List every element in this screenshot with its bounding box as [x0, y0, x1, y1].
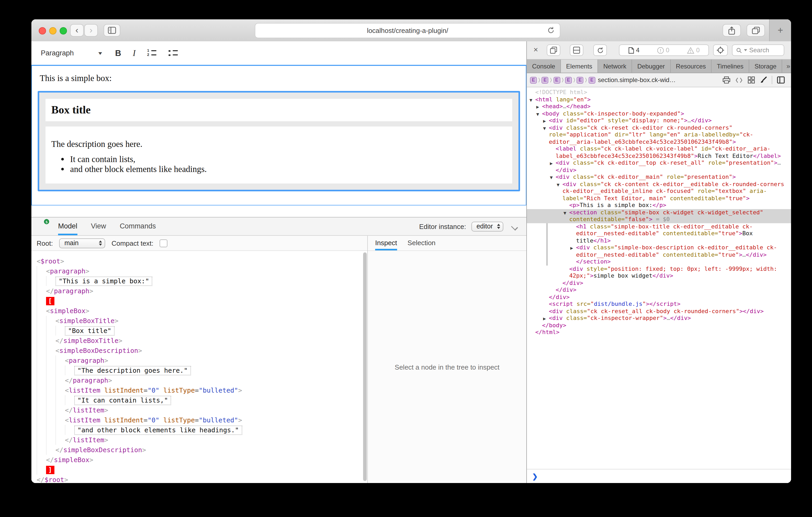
dom-tree-line[interactable]: </div> — [527, 294, 791, 301]
devtools-tab-timelines[interactable]: Timelines — [712, 60, 749, 73]
model-tree-line[interactable]: <$root> — [31, 256, 367, 266]
root-select[interactable]: main — [59, 238, 105, 248]
italic-button[interactable]: I — [133, 48, 136, 58]
reload-button[interactable] — [547, 26, 555, 34]
model-tree-line[interactable]: </paragraph> — [31, 375, 367, 385]
dom-tree-line[interactable]: </html> — [527, 329, 791, 336]
share-button[interactable] — [723, 24, 741, 37]
back-button[interactable]: ‹ — [70, 24, 84, 37]
simple-box-widget[interactable]: Box title The description goes here. It … — [38, 91, 520, 191]
heading-dropdown[interactable]: Paragraph ▾ — [41, 49, 102, 57]
minimize-window-button[interactable] — [49, 27, 57, 34]
model-tree-line[interactable]: <simpleBox> — [31, 306, 367, 316]
model-tree-line[interactable]: <simpleBoxDescription> — [31, 345, 367, 356]
disclosure-open-icon[interactable]: ▼ — [543, 125, 546, 132]
model-tree-line[interactable]: <paragraph> — [31, 356, 367, 365]
model-tree-line[interactable]: [ — [31, 296, 367, 306]
tab-overview-button[interactable] — [747, 24, 765, 37]
compact-text-checkbox[interactable] — [160, 239, 168, 247]
devtools-tab-network[interactable]: Network — [598, 60, 632, 73]
devtools-tab-debugger[interactable]: Debugger — [632, 60, 670, 73]
model-tree-line[interactable]: </listItem> — [31, 435, 367, 445]
zoom-window-button[interactable] — [60, 27, 67, 34]
breadcrumb-element-badge[interactable]: E — [553, 77, 560, 83]
close-devtools-button[interactable]: × — [531, 45, 541, 54]
collapse-inspector-button[interactable] — [512, 223, 518, 230]
devtools-tab-elements[interactable]: Elements — [561, 60, 598, 73]
dom-tree-line[interactable]: ▼<html lang="en"> — [527, 96, 791, 103]
devtools-tab-console[interactable]: Console — [527, 60, 561, 73]
inspector-tab-model[interactable]: Model — [58, 217, 78, 235]
model-tree-scrollbar[interactable] — [363, 252, 367, 482]
print-icon[interactable] — [723, 76, 730, 84]
disclosure-closed-icon[interactable]: ▶ — [550, 160, 553, 168]
new-tab-button[interactable]: + — [769, 19, 791, 41]
dom-tree-line[interactable]: </div> — [527, 286, 791, 294]
dom-tree-line[interactable]: </div> — [527, 279, 791, 286]
dom-tree-line[interactable]: ▶<div class="ck ck-editor__top ck-reset_… — [527, 159, 791, 174]
bulleted-list-button[interactable] — [169, 50, 178, 57]
details-sidebar-toggle-icon[interactable] — [777, 76, 785, 84]
sidebar-toggle-button[interactable] — [104, 24, 120, 37]
dom-tree-line[interactable]: ▼<div class="ck ck-content ck-editor__ed… — [527, 181, 791, 202]
close-window-button[interactable] — [39, 27, 46, 34]
dom-tree-line[interactable]: </section> — [527, 258, 791, 265]
dom-tree-line[interactable]: <h1 class="simple-box-title ck-editor__e… — [527, 223, 791, 244]
dom-tree-line[interactable]: <script src="dist/bundle.js"></script> — [527, 301, 791, 308]
show-source-icon[interactable] — [735, 77, 743, 83]
inspect-tab-selection[interactable]: Selection — [408, 236, 436, 250]
element-picker-button[interactable] — [713, 44, 728, 56]
disclosure-open-icon[interactable]: ▼ — [557, 182, 559, 189]
model-tree-line[interactable]: <simpleBoxTitle> — [31, 316, 367, 326]
devtools-tab-storage[interactable]: Storage — [749, 60, 782, 73]
model-tree-line[interactable]: "and other block elements like headings.… — [31, 425, 367, 435]
dom-tree-line[interactable]: ▼<body class="ck-inspector-body-expanded… — [527, 110, 791, 117]
model-tree-line[interactable]: <listItem listIndent="0" listType="bulle… — [31, 385, 367, 395]
model-tree-line[interactable]: "Box title" — [31, 326, 367, 336]
simple-box-title[interactable]: Box title — [46, 99, 512, 121]
dom-tree-line[interactable]: ▶<div class="ck-inspector-wrapper">…</di… — [527, 315, 791, 322]
dom-tree-line[interactable]: <p>This is a simple box:</p> — [527, 202, 791, 209]
box-title-heading[interactable]: Box title — [51, 103, 506, 117]
model-tree-line[interactable]: </simpleBox> — [31, 455, 367, 465]
issues-summary[interactable]: 4 0 — [619, 44, 709, 56]
disclosure-closed-icon[interactable]: ▶ — [570, 245, 573, 252]
box-description-paragraph[interactable]: The description goes here. — [51, 139, 506, 150]
model-tree-line[interactable]: </simpleBoxDescription> — [31, 445, 367, 455]
dom-tree-line[interactable]: ▼<section class="simple-box ck-widget ck… — [527, 209, 791, 223]
dom-tree-line[interactable]: <div class="ck ck-reset_all ck-body ck-r… — [527, 308, 791, 315]
editor-instance-select[interactable]: editor — [471, 221, 503, 231]
editor-paragraph[interactable]: This is a simple box: — [40, 73, 526, 84]
model-tree-line[interactable]: ] — [31, 465, 367, 475]
devtools-reload-button[interactable] — [593, 44, 607, 56]
grid-overlay-icon[interactable] — [748, 76, 755, 84]
list-item[interactable]: It can contain lists, — [70, 155, 506, 164]
inspector-tab-view[interactable]: View — [91, 217, 106, 235]
breadcrumb-element-badge[interactable]: E — [542, 77, 549, 83]
dom-tree-line[interactable]: ▶<head>…</head> — [527, 103, 791, 110]
styles-brush-icon[interactable] — [760, 76, 767, 84]
dom-tree-line[interactable]: ▼<div class="ck ck-reset ck-editor ck-ro… — [527, 124, 791, 145]
address-bar[interactable]: localhost/creating-a-plugin/ — [255, 23, 560, 38]
simple-box-description[interactable]: The description goes here. It can contai… — [46, 126, 512, 183]
model-tree-line[interactable]: "It can contain lists," — [31, 395, 367, 405]
model-tree-line[interactable]: <listItem listIndent="0" listType="bulle… — [31, 415, 367, 425]
bold-button[interactable]: B — [115, 48, 121, 58]
dom-tree-line[interactable]: ▼<div class="ck ck-editor__main" role="p… — [527, 174, 791, 181]
dom-tree-line[interactable]: <!DOCTYPE html> — [527, 89, 791, 96]
box-description-list[interactable]: It can contain lists, and other block el… — [51, 155, 506, 174]
devtools-tab-resources[interactable]: Resources — [671, 60, 712, 73]
forward-button[interactable]: › — [84, 24, 98, 37]
devtools-search-field[interactable]: Search — [732, 44, 784, 56]
model-tree-line[interactable]: </listItem> — [31, 405, 367, 415]
list-item[interactable]: and other block elements like headings. — [70, 164, 506, 174]
model-tree-line[interactable]: </simpleBoxTitle> — [31, 336, 367, 345]
tabs-overflow-button[interactable]: » — [782, 60, 791, 73]
dom-tree-line[interactable]: <label class="ck ck-label ck-voice-label… — [527, 145, 791, 159]
breadcrumb-element-badge[interactable]: E — [530, 77, 537, 83]
dom-tree-line[interactable]: ▶<div id="editor" style="display: none;"… — [527, 117, 791, 124]
model-tree-line[interactable]: "This is a simple box:" — [31, 276, 367, 286]
dock-devtools-button[interactable] — [570, 44, 583, 56]
dom-tree-line[interactable]: <div style="position: fixed; top: 0px; l… — [527, 265, 791, 279]
breadcrumb-element-badge[interactable]: E — [577, 77, 584, 83]
